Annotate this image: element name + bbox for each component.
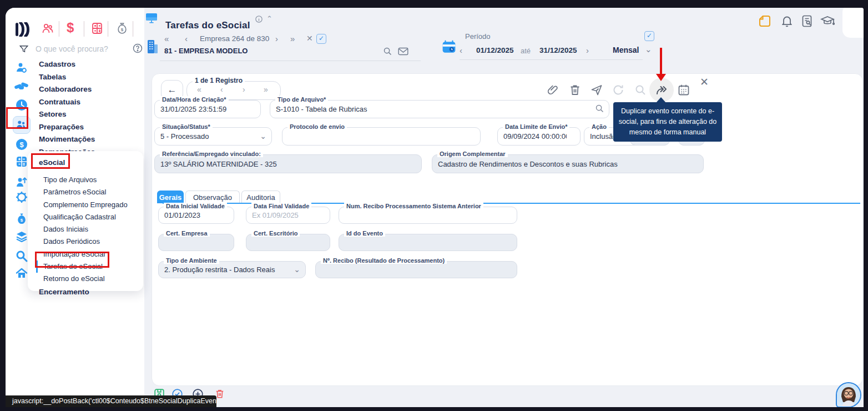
calculator-icon[interactable] <box>15 155 28 168</box>
close-icon[interactable]: ✕ <box>700 76 709 88</box>
field-value <box>252 234 316 250</box>
company-clear-button[interactable]: ✕ <box>306 34 313 43</box>
field-value: 09/09/2024 00:00:00 <box>503 128 567 145</box>
submenu-item-tipo-de-arquivos[interactable]: Tipo de Arquivos <box>36 174 136 186</box>
period-prev-button[interactable]: ‹ <box>460 46 462 55</box>
field-id-evento: Id do Evento <box>339 234 517 251</box>
field-value: S-1010 - Tabela de Rubricas <box>276 101 596 118</box>
record-last-button[interactable]: » <box>264 85 268 94</box>
submenu-item-dados-iniciais[interactable]: Dados Iniciais <box>36 223 136 235</box>
chevron-down-icon[interactable]: ⌄ <box>645 44 652 54</box>
record-count-label: 1 de 1 Registro <box>193 77 245 84</box>
divider <box>58 21 60 37</box>
moneybag-icon[interactable]: $ <box>15 212 28 225</box>
submenu-item-retorno-do-esocial[interactable]: Retorno do eSocial <box>36 273 136 285</box>
field-data-hora-criacao[interactable]: Data/Hora de Criação* 31/01/2025 23:51:5… <box>154 100 261 118</box>
app-logo-icon[interactable] <box>15 22 31 37</box>
sidebar: $ $ O que você procura? <box>6 8 144 407</box>
submenu-item-qualificacao-cadastral[interactable]: Qualificação Cadastral <box>36 211 136 223</box>
sidebar-item-movimentacoes[interactable]: Movimentações <box>39 133 95 146</box>
divider <box>132 21 134 37</box>
duplicate-icon[interactable] <box>655 83 668 97</box>
sidebar-item-setores[interactable]: Setores <box>39 108 95 121</box>
attach-icon[interactable] <box>546 83 559 97</box>
refresh-icon[interactable] <box>612 83 625 97</box>
globe-icon[interactable] <box>15 191 28 204</box>
field-data-inicial-validade[interactable]: Data Inicial Validade 01/01/2023 <box>158 207 234 224</box>
envelope-icon[interactable] <box>398 47 408 56</box>
period-until-label: até <box>521 47 531 55</box>
period-next-button[interactable]: › <box>586 46 589 55</box>
search-icon[interactable] <box>634 83 647 97</box>
dollar-circle-icon[interactable]: $ <box>15 138 28 151</box>
field-referencia-empregado: Referência/Empregado vinculado: 13º SALÁ… <box>154 154 422 173</box>
sidebar-item-preparacoes[interactable]: Preparações <box>39 121 95 134</box>
moneybag-icon[interactable]: $ <box>115 22 129 35</box>
field-num-recibo-sistema-anterior[interactable]: Num. Recibo Processamento Sistema Anteri… <box>339 207 517 224</box>
esocial-submenu-list: Tipo de ArquivosParâmetros eSocialComple… <box>36 174 136 285</box>
tooltip: Duplicar evento corrente do e-social, pa… <box>613 102 722 142</box>
sidebar-item-cadastros[interactable]: Cadastros <box>39 58 95 71</box>
person-up-icon[interactable] <box>15 176 28 189</box>
bell-icon[interactable] <box>780 14 794 28</box>
company-first-button[interactable]: « <box>164 34 169 43</box>
graduation-cap-icon[interactable] <box>820 14 835 28</box>
tab-auditoria[interactable]: Auditoria <box>241 191 280 203</box>
dollar-icon[interactable]: $ <box>67 20 74 36</box>
field-cert-empresa: Cert. Empresa <box>158 234 234 251</box>
company-position-label: Empresa 264 de 830 <box>200 34 269 43</box>
send-icon[interactable] <box>590 83 603 97</box>
home-icon[interactable] <box>15 267 28 280</box>
user-menu-box[interactable] <box>842 8 864 38</box>
layers-icon[interactable] <box>15 230 28 243</box>
field-data-final-validade[interactable]: Data Final Validade Ex 01/09/2025 <box>246 207 330 224</box>
calendar-icon[interactable] <box>677 83 690 97</box>
field-protocolo-envio[interactable]: Protocolo de envio <box>282 127 481 146</box>
divider <box>107 21 109 37</box>
record-next-button[interactable]: › <box>243 85 245 94</box>
sidebar-item-tabelas[interactable]: Tabelas <box>39 71 95 84</box>
company-last-button[interactable]: » <box>290 34 295 43</box>
people-icon[interactable] <box>41 22 54 35</box>
tab-gerais[interactable]: Gerais <box>157 191 184 203</box>
notes-icon[interactable] <box>758 14 771 28</box>
calculator-icon[interactable] <box>90 22 104 35</box>
submenu-item-parametros-esocial[interactable]: Parâmetros eSocial <box>36 186 136 198</box>
filter-icon[interactable] <box>19 44 29 54</box>
company-search-icon[interactable] <box>383 47 392 56</box>
field-data-limite-envio[interactable]: Data Limite de Envio* 09/09/2024 00:00:0… <box>497 127 581 146</box>
sidebar-item-encerramento[interactable]: Encerramento <box>39 288 89 296</box>
help-icon[interactable] <box>132 43 143 54</box>
page-title: Tarefas do eSocial <box>165 20 250 31</box>
trash-icon[interactable] <box>568 83 582 97</box>
sidebar-item-colaboradores[interactable]: Colaboradores <box>39 83 95 96</box>
period-mode-select[interactable]: Mensal <box>613 46 639 54</box>
sidebar-item-contratuais[interactable]: Contratuais <box>39 96 95 109</box>
period-checkbox[interactable]: ✓ <box>644 31 654 41</box>
company-prev-button[interactable]: ‹ <box>185 34 188 43</box>
magnifier-icon[interactable] <box>15 249 28 263</box>
handshake-icon[interactable] <box>14 81 29 92</box>
tab-observacao[interactable]: Observação <box>185 191 240 203</box>
divider <box>160 61 421 61</box>
lookup-icon[interactable] <box>595 104 604 113</box>
field-situacao-status[interactable]: Situação/Status* 5 - Processado ⌄ <box>154 127 272 146</box>
submenu-item-dados-periodicos[interactable]: Dados Periódicos <box>36 235 136 248</box>
monitor-icon <box>145 13 158 24</box>
field-tipo-arquivo[interactable]: Tipo de Arquivo* S-1010 - Tabela de Rubr… <box>270 100 609 118</box>
avatar[interactable] <box>836 382 861 407</box>
sidebar-search-input[interactable]: O que você procura? <box>36 44 108 53</box>
annotation-box-tarefas <box>35 252 109 268</box>
record-prev-button[interactable]: ‹ <box>220 85 223 94</box>
company-checkbox[interactable]: ✓ <box>316 34 326 44</box>
person-gear-icon[interactable] <box>15 61 28 74</box>
record-first-button[interactable]: « <box>197 85 201 94</box>
company-next-button[interactable]: › <box>275 34 278 43</box>
period-end-date[interactable]: 31/12/2025 <box>539 46 577 54</box>
audit-doc-icon[interactable] <box>800 14 814 28</box>
period-start-date[interactable]: 01/12/2025 <box>476 46 514 54</box>
info-icon[interactable] <box>255 15 263 23</box>
field-tipo-ambiente[interactable]: Tipo de Ambiente 2. Produção restrita - … <box>158 261 306 278</box>
collapse-chevron-icon[interactable]: ⌃ <box>266 14 272 23</box>
submenu-item-complemento-empregado[interactable]: Complemento Empregado <box>36 199 136 211</box>
